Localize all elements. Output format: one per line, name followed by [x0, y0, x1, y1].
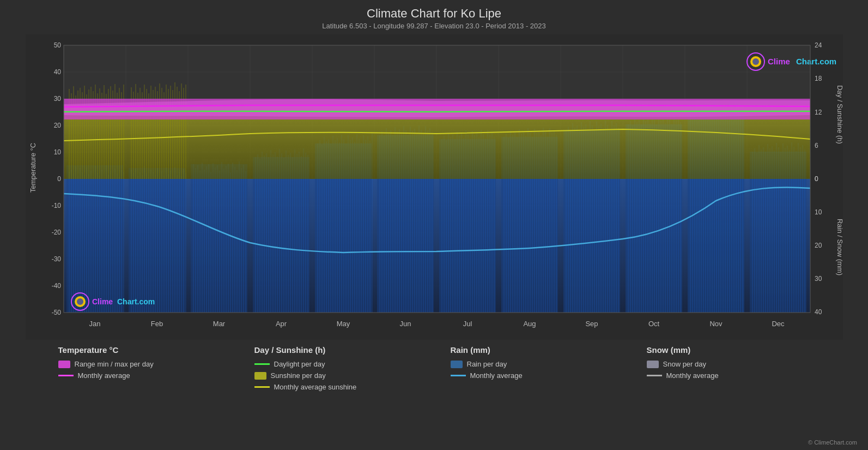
rain-swatch [451, 361, 463, 368]
svg-text:Oct: Oct [648, 320, 659, 328]
rain-avg-line [451, 375, 466, 376]
svg-rect-31 [253, 157, 309, 313]
snow-avg-line [647, 375, 662, 376]
chart-svg: 50 40 30 20 10 0 -10 -20 -30 -40 -50 24 … [26, 34, 843, 340]
page-title: Climate Chart for Ko Lipe [367, 7, 501, 21]
legend-rain-title: Rain (mm) [451, 345, 647, 355]
svg-text:10: 10 [815, 208, 822, 216]
legend-temp-avg-label: Monthly average [78, 371, 130, 380]
svg-text:30: 30 [53, 95, 61, 103]
svg-text:Dec: Dec [772, 320, 785, 328]
svg-text:12: 12 [815, 109, 822, 116]
legend-rain-avg-label: Monthly average [470, 371, 523, 380]
svg-rect-29 [129, 168, 185, 313]
legend-area: Temperature °C Range min / max per day M… [26, 345, 843, 391]
svg-text:Apr: Apr [275, 320, 287, 328]
svg-text:May: May [336, 320, 350, 328]
sunshine-swatch [254, 372, 266, 380]
svg-text:Feb: Feb [150, 320, 162, 328]
svg-text:10: 10 [53, 148, 61, 156]
chart-area: 50 40 30 20 10 0 -10 -20 -30 -40 -50 24 … [26, 34, 843, 340]
legend-snow-avg-label: Monthly average [666, 371, 719, 380]
svg-text:Day / Sunshine (h): Day / Sunshine (h) [836, 85, 843, 144]
svg-text:Chart.com: Chart.com [117, 297, 155, 306]
legend-sunshine-per-day: Sunshine per day [254, 371, 451, 380]
svg-text:Nov: Nov [709, 320, 723, 328]
legend-temp-range-label: Range min / max per day [75, 360, 154, 368]
daylight-line [254, 363, 270, 365]
copyright-text: © ClimeChart.com [808, 439, 857, 446]
svg-text:50: 50 [53, 41, 61, 49]
svg-text:Chart.com: Chart.com [796, 57, 836, 66]
svg-text:Temperature °C: Temperature °C [29, 143, 37, 193]
svg-text:20: 20 [815, 242, 822, 249]
legend-snow-per-day: Snow per day [647, 360, 843, 368]
legend-temperature-title: Temperature °C [58, 345, 254, 355]
temp-range-swatch [58, 361, 70, 368]
legend-sunshine-avg: Monthly average sunshine [254, 383, 451, 391]
legend-rain-per-day-label: Rain per day [467, 360, 507, 368]
legend-snow-per-day-label: Snow per day [663, 360, 707, 368]
legend-col-snow: Snow (mm) Snow per day Monthly average [647, 345, 843, 391]
svg-point-440 [77, 298, 83, 305]
svg-text:Clime: Clime [768, 57, 790, 66]
svg-text:Clime: Clime [92, 297, 113, 306]
svg-text:40: 40 [53, 68, 61, 76]
svg-text:Mar: Mar [213, 320, 225, 328]
svg-text:18: 18 [815, 75, 822, 82]
svg-text:-10: -10 [51, 202, 61, 209]
legend-daylight: Daylight per day [254, 360, 451, 368]
svg-text:40: 40 [815, 308, 822, 316]
svg-text:6: 6 [815, 142, 818, 149]
legend-temp-range: Range min / max per day [58, 360, 254, 368]
page-subtitle: Latitude 6.503 - Longitude 99.287 - Elev… [322, 22, 546, 30]
snow-swatch [647, 361, 659, 368]
svg-text:0: 0 [57, 175, 61, 183]
legend-daylight-label: Daylight per day [274, 360, 325, 368]
svg-text:-30: -30 [51, 255, 61, 263]
legend-sunshine-avg-label: Monthly average sunshine [274, 383, 357, 391]
svg-text:Aug: Aug [523, 320, 536, 328]
svg-text:Rain / Snow (mm): Rain / Snow (mm) [836, 219, 843, 275]
chart-container: Climate Chart for Ko Lipe Latitude 6.503… [0, 0, 868, 450]
legend-temp-avg: Monthly average [58, 371, 254, 380]
legend-rain-avg: Monthly average [451, 371, 647, 380]
legend-col-rain: Rain (mm) Rain per day Monthly average [451, 345, 647, 391]
svg-text:24: 24 [815, 41, 822, 49]
temp-avg-line [58, 375, 74, 376]
legend-snow-avg: Monthly average [647, 371, 843, 380]
svg-text:Jan: Jan [89, 320, 100, 328]
svg-text:30: 30 [815, 275, 822, 283]
svg-text:20: 20 [53, 122, 61, 129]
svg-text:Jul: Jul [463, 320, 472, 328]
svg-text:-50: -50 [51, 309, 61, 316]
sunshine-avg-line [254, 386, 270, 388]
legend-rain-per-day: Rain per day [451, 360, 647, 368]
svg-text:Jun: Jun [399, 320, 411, 328]
svg-text:-20: -20 [51, 229, 61, 236]
legend-col-sunshine: Day / Sunshine (h) Daylight per day Suns… [254, 345, 451, 391]
svg-text:Sep: Sep [585, 320, 598, 328]
svg-point-435 [752, 58, 759, 65]
svg-rect-28 [66, 165, 123, 313]
svg-text:-40: -40 [51, 282, 61, 290]
legend-sunshine-title: Day / Sunshine (h) [254, 345, 451, 355]
legend-sunshine-per-day-label: Sunshine per day [271, 371, 326, 380]
legend-snow-title: Snow (mm) [647, 345, 843, 355]
legend-col-temperature: Temperature °C Range min / max per day M… [58, 345, 254, 391]
svg-text:0: 0 [815, 175, 818, 183]
